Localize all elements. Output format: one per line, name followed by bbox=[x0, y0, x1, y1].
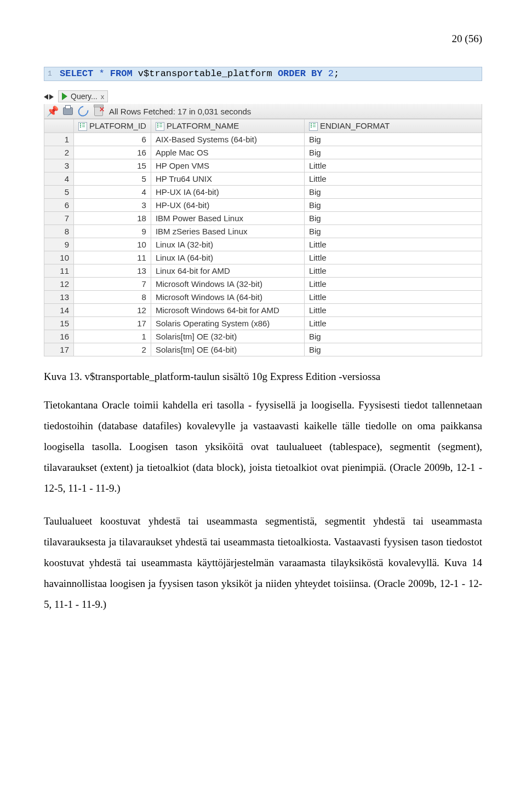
cell-endian-format: Little bbox=[304, 251, 482, 264]
sql-keyword-by: BY bbox=[311, 68, 322, 79]
cell-platform-name: Solaris[tm] OE (64-bit) bbox=[151, 343, 304, 356]
table-row[interactable]: 138Microsoft Windows IA (64-bit)Little bbox=[44, 291, 482, 304]
cell-platform-name: IBM Power Based Linux bbox=[151, 212, 304, 225]
cell-platform-id: 1 bbox=[74, 330, 151, 343]
cell-endian-format: Big bbox=[304, 186, 482, 199]
cell-platform-name: Apple Mac OS bbox=[151, 146, 304, 159]
cell-endian-format: Little bbox=[304, 238, 482, 251]
cell-platform-id: 9 bbox=[74, 225, 151, 238]
table-row[interactable]: 54HP-UX IA (64-bit)Big bbox=[44, 186, 482, 199]
cell-platform-id: 13 bbox=[74, 264, 151, 278]
cell-platform-name: Linux IA (64-bit) bbox=[151, 251, 304, 264]
table-row[interactable]: 89IBM zSeries Based LinuxBig bbox=[44, 225, 482, 238]
pin-icon[interactable]: 📌 bbox=[48, 106, 58, 116]
cell-platform-id: 7 bbox=[74, 278, 151, 291]
cell-platform-name: HP-UX (64-bit) bbox=[151, 199, 304, 212]
cell-rownum: 16 bbox=[44, 330, 74, 343]
results-table: PLATFORM_ID PLATFORM_NAME ENDIAN_FORMAT … bbox=[44, 119, 482, 356]
status-text: All Rows Fetched: 17 in 0,031 seconds bbox=[109, 107, 251, 116]
cell-rownum: 7 bbox=[44, 212, 74, 225]
cell-rownum: 14 bbox=[44, 304, 74, 317]
cell-endian-format: Little bbox=[304, 159, 482, 172]
cell-rownum: 5 bbox=[44, 186, 74, 199]
sql-semicolon: ; bbox=[334, 68, 339, 79]
table-row[interactable]: 315HP Open VMSLittle bbox=[44, 159, 482, 172]
cell-rownum: 9 bbox=[44, 238, 74, 251]
cell-rownum: 6 bbox=[44, 199, 74, 212]
table-row[interactable]: 63HP-UX (64-bit)Big bbox=[44, 199, 482, 212]
cell-platform-name: AIX-Based Systems (64-bit) bbox=[151, 133, 304, 146]
table-row[interactable]: 1011Linux IA (64-bit)Little bbox=[44, 251, 482, 264]
table-row[interactable]: 718IBM Power Based LinuxBig bbox=[44, 212, 482, 225]
cell-endian-format: Big bbox=[304, 330, 482, 343]
cell-platform-name: HP Open VMS bbox=[151, 159, 304, 172]
col-rownum[interactable] bbox=[44, 119, 74, 133]
cell-platform-id: 18 bbox=[74, 212, 151, 225]
line-number-icon: 1 bbox=[48, 68, 52, 79]
cell-endian-format: Big bbox=[304, 133, 482, 146]
gutter-arrows-icon bbox=[44, 93, 55, 100]
col-label: ENDIAN_FORMAT bbox=[320, 121, 390, 130]
cell-platform-name: Linux IA (32-bit) bbox=[151, 238, 304, 251]
print-icon[interactable] bbox=[63, 106, 73, 116]
cell-platform-name: Microsoft Windows IA (64-bit) bbox=[151, 291, 304, 304]
cell-platform-id: 5 bbox=[74, 172, 151, 186]
sql-keyword-select: SELECT bbox=[60, 68, 93, 79]
cell-platform-name: HP-UX IA (64-bit) bbox=[151, 186, 304, 199]
cell-platform-id: 15 bbox=[74, 159, 151, 172]
cell-rownum: 12 bbox=[44, 278, 74, 291]
cell-endian-format: Little bbox=[304, 304, 482, 317]
table-row[interactable]: 45HP Tru64 UNIXLittle bbox=[44, 172, 482, 186]
cell-rownum: 13 bbox=[44, 291, 74, 304]
cell-endian-format: Big bbox=[304, 146, 482, 159]
cell-platform-id: 12 bbox=[74, 304, 151, 317]
cell-platform-id: 11 bbox=[74, 251, 151, 264]
col-endian-format[interactable]: ENDIAN_FORMAT bbox=[304, 119, 482, 133]
cell-platform-id: 6 bbox=[74, 133, 151, 146]
cell-platform-name: Solaris[tm] OE (32-bit) bbox=[151, 330, 304, 343]
cell-rownum: 10 bbox=[44, 251, 74, 264]
results-toolbar: 📌 All Rows Fetched: 17 in 0,031 seconds bbox=[44, 104, 482, 119]
table-header-row: PLATFORM_ID PLATFORM_NAME ENDIAN_FORMAT bbox=[44, 119, 482, 133]
table-row[interactable]: 1113Linux 64-bit for AMDLittle bbox=[44, 264, 482, 278]
cell-endian-format: Little bbox=[304, 317, 482, 330]
table-row[interactable]: 16AIX-Based Systems (64-bit)Big bbox=[44, 133, 482, 146]
paragraph-1: Tietokantana Oracle toimii kahdella eri … bbox=[44, 395, 482, 499]
clear-icon[interactable] bbox=[94, 106, 104, 116]
table-row[interactable]: 910Linux IA (32-bit)Little bbox=[44, 238, 482, 251]
cell-endian-format: Little bbox=[304, 172, 482, 186]
sort-icon bbox=[309, 122, 318, 131]
table-row[interactable]: 216Apple Mac OSBig bbox=[44, 146, 482, 159]
table-row[interactable]: 172Solaris[tm] OE (64-bit)Big bbox=[44, 343, 482, 356]
cell-platform-id: 4 bbox=[74, 186, 151, 199]
close-icon[interactable]: x bbox=[101, 93, 105, 101]
figure-caption: Kuva 13. v$transportable_platform-taulun… bbox=[44, 371, 482, 383]
col-platform-id[interactable]: PLATFORM_ID bbox=[74, 119, 151, 133]
cell-rownum: 8 bbox=[44, 225, 74, 238]
col-platform-name[interactable]: PLATFORM_NAME bbox=[151, 119, 304, 133]
cell-endian-format: Little bbox=[304, 291, 482, 304]
cell-platform-name: Microsoft Windows IA (32-bit) bbox=[151, 278, 304, 291]
cell-platform-id: 8 bbox=[74, 291, 151, 304]
table-row[interactable]: 1517Solaris Operating System (x86)Little bbox=[44, 317, 482, 330]
sql-table: v$transportable_platform bbox=[138, 68, 272, 79]
col-label: PLATFORM_NAME bbox=[167, 121, 239, 130]
cell-rownum: 11 bbox=[44, 264, 74, 278]
cell-platform-id: 10 bbox=[74, 238, 151, 251]
sql-star: * bbox=[99, 68, 104, 79]
table-row[interactable]: 161Solaris[tm] OE (32-bit)Big bbox=[44, 330, 482, 343]
tab-query[interactable]: Query... x bbox=[58, 90, 108, 102]
cell-endian-format: Big bbox=[304, 225, 482, 238]
cell-endian-format: Big bbox=[304, 199, 482, 212]
cell-endian-format: Big bbox=[304, 343, 482, 356]
sql-keyword-order: ORDER bbox=[278, 68, 306, 79]
cell-platform-name: Linux 64-bit for AMD bbox=[151, 264, 304, 278]
cell-rownum: 15 bbox=[44, 317, 74, 330]
table-row[interactable]: 127Microsoft Windows IA (32-bit)Little bbox=[44, 278, 482, 291]
table-row[interactable]: 1412Microsoft Windows 64-bit for AMDLitt… bbox=[44, 304, 482, 317]
sql-editor[interactable]: 1 SELECT * FROM v$transportable_platform… bbox=[44, 67, 482, 81]
cell-platform-name: Microsoft Windows 64-bit for AMD bbox=[151, 304, 304, 317]
sql-keyword-from: FROM bbox=[110, 68, 133, 79]
refresh-icon[interactable] bbox=[78, 106, 88, 116]
col-label: PLATFORM_ID bbox=[89, 121, 146, 130]
